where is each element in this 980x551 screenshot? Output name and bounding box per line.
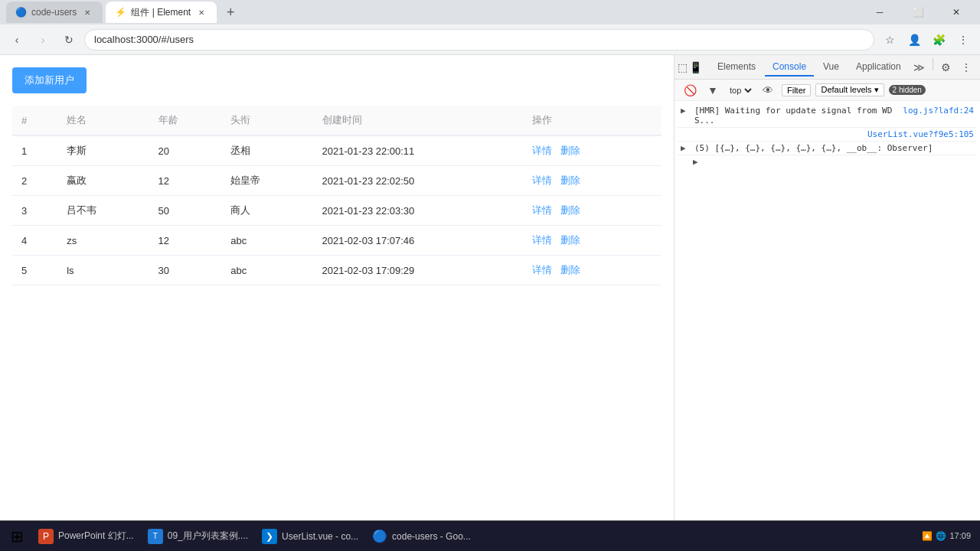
table-row: 3 吕不韦 50 商人 2021-01-23 22:03:30 详情 删除 [12, 196, 662, 226]
cell-id: 3 [12, 196, 57, 226]
taskbar-chrome[interactable]: 🔵 code-users - Goo... [366, 523, 477, 550]
cell-title: abc [221, 256, 312, 285]
cell-title: 商人 [221, 196, 312, 226]
console-expand-arrow[interactable]: ▶ [693, 157, 698, 167]
bookmark-icon[interactable]: ☆ [879, 29, 900, 51]
tab-code-users[interactable]: 🔵 code-users ✕ [6, 2, 103, 23]
cell-created: 2021-01-23 22:03:30 [313, 196, 523, 226]
taskbar: ⊞ P PowerPoint 幻灯... T 09_用户列表案例.... ❯ U… [0, 520, 980, 551]
taskbar-sys: 🔼 🌐 17:09 [916, 530, 977, 542]
url-input[interactable]: localhost:3000/#/users [84, 29, 874, 51]
console-scope-select[interactable]: top [727, 85, 754, 96]
console-filter-expand-btn[interactable]: ▼ [704, 81, 722, 99]
address-bar: ‹ › ↻ localhost:3000/#/users ☆ 👤 🧩 ⋮ [0, 24, 980, 55]
cell-actions: 详情 删除 [523, 256, 662, 285]
tab-close-1[interactable]: ✕ [81, 6, 93, 18]
col-header-title: 头衔 [221, 106, 312, 135]
sys-tray-icons: 🔼 [922, 531, 933, 541]
minimize-button[interactable]: ─ [862, 2, 897, 23]
new-tab-button[interactable]: + [220, 2, 241, 23]
action-delete-link[interactable]: 删除 [560, 264, 580, 276]
back-button[interactable]: ‹ [6, 29, 28, 51]
devtools-tab-elements[interactable]: Elements [710, 58, 763, 77]
taskbar-vscode[interactable]: ❯ UserList.vue - co... [256, 523, 364, 550]
devtools-subtoolbar: 🚫 ▼ top 👁 Filter Default levels ▾ 2 hidd… [675, 80, 980, 101]
cell-created: 2021-01-23 22:02:50 [313, 166, 523, 196]
devtools-overflow-btn[interactable]: ⋮ [957, 58, 975, 77]
cell-actions: 详情 删除 [523, 196, 662, 226]
table-row: 4 zs 12 abc 2021-02-03 17:07:46 详情 删除 [12, 226, 662, 256]
devtools-tab-vue[interactable]: Vue [815, 58, 847, 77]
action-detail-link[interactable]: 详情 [532, 234, 552, 246]
vscode-icon: ❯ [262, 529, 277, 544]
console-arrow-3[interactable]: ▶ [681, 143, 688, 153]
taskbar-clock: 17:09 [949, 530, 971, 542]
devtools-more-tabs: ≫ ⚙ ⋮ ✕ [910, 58, 980, 77]
extensions-icon[interactable]: 🧩 [928, 29, 949, 51]
cell-created: 2021-02-03 17:07:46 [313, 226, 523, 256]
cell-name: 嬴政 [57, 166, 149, 196]
cell-title: 丞相 [221, 135, 312, 166]
chrome-icon: 🔵 [372, 529, 387, 544]
devtools-device-btn[interactable]: 📱 [689, 58, 702, 77]
profile-icon[interactable]: 👤 [903, 29, 925, 51]
window-controls: ─ ⬜ ✕ [862, 2, 974, 23]
tab-element[interactable]: ⚡ 组件 | Element ✕ [106, 2, 217, 23]
devtools-inspect-btn[interactable]: ⬚ [678, 58, 688, 77]
cell-id: 5 [12, 256, 57, 285]
table-header-row: # 姓名 年龄 头衔 创建时间 操作 [12, 106, 662, 135]
console-arrow-1[interactable]: ▶ [681, 106, 688, 116]
cell-id: 2 [12, 166, 57, 196]
console-source-1[interactable]: log.js?lafd:24 [903, 106, 974, 116]
cell-actions: 详情 删除 [523, 135, 662, 166]
action-delete-link[interactable]: 删除 [560, 234, 580, 246]
action-delete-link[interactable]: 删除 [560, 145, 580, 156]
title-bar: 🔵 code-users ✕ ⚡ 组件 | Element ✕ + ─ ⬜ ✕ [0, 0, 980, 24]
tab-label-2: 组件 | Element [131, 6, 191, 19]
devtools-settings-btn[interactable]: ⚙ [937, 58, 956, 77]
action-delete-link[interactable]: 删除 [560, 204, 580, 216]
start-button[interactable]: ⊞ [3, 523, 31, 550]
tab-label-1: code-users [31, 7, 77, 18]
taskbar-notepad[interactable]: T 09_用户列表案例.... [142, 523, 254, 550]
devtools-close-btn[interactable]: ✕ [977, 58, 980, 77]
maximize-button[interactable]: ⬜ [900, 2, 936, 23]
close-button[interactable]: ✕ [939, 2, 974, 23]
action-detail-link[interactable]: 详情 [532, 145, 552, 156]
page-content: 添加新用户 # 姓名 年龄 头衔 创建时间 操作 1 李斯 20 丞相 [0, 55, 674, 520]
console-source-2[interactable]: UserList.vue?f9e5:105 [867, 129, 974, 139]
reload-button[interactable]: ↻ [58, 29, 80, 51]
console-msg-3: (5) [{…}, {…}, {…}, {…}, {…}, __ob__: Ob… [694, 143, 974, 153]
cell-id: 1 [12, 135, 57, 166]
devtools-tab-console[interactable]: Console [765, 58, 814, 77]
taskbar-powerpoint[interactable]: P PowerPoint 幻灯... [32, 523, 140, 550]
menu-icon[interactable]: ⋮ [952, 29, 974, 51]
cell-age: 30 [149, 256, 222, 285]
cell-age: 20 [149, 135, 222, 166]
devtools-more-btn[interactable]: ≫ [910, 58, 929, 77]
action-detail-link[interactable]: 详情 [532, 264, 552, 276]
console-clear-btn[interactable]: 🚫 [681, 81, 699, 99]
console-line-2: UserList.vue?f9e5:105 [678, 128, 977, 142]
console-eye-btn[interactable]: 👁 [759, 81, 777, 99]
tab-close-2[interactable]: ✕ [195, 6, 207, 18]
url-text: localhost:3000/#/users [94, 34, 194, 45]
devtools-panel: ⬚ 📱 Elements Console Vue Application ≫ ⚙… [674, 55, 980, 520]
console-levels-btn[interactable]: Default levels ▾ [815, 83, 884, 96]
add-user-button[interactable]: 添加新用户 [12, 67, 87, 93]
console-filter-btn[interactable]: Filter [782, 84, 811, 96]
cell-name: 李斯 [57, 135, 149, 166]
action-delete-link[interactable]: 删除 [560, 174, 580, 186]
cell-age: 50 [149, 196, 222, 226]
cell-title: abc [221, 226, 312, 256]
console-line-3: ▶ (5) [{…}, {…}, {…}, {…}, {…}, __ob__: … [678, 142, 977, 155]
table-row: 1 李斯 20 丞相 2021-01-23 22:00:11 详情 删除 [12, 135, 662, 166]
cell-age: 12 [149, 226, 222, 256]
cell-id: 4 [12, 226, 57, 256]
devtools-tab-application[interactable]: Application [848, 58, 909, 77]
forward-button[interactable]: › [32, 29, 54, 51]
console-line-1: ▶ [HMR] Waiting for update signal from W… [678, 104, 977, 128]
table-row: 2 嬴政 12 始皇帝 2021-01-23 22:02:50 详情 删除 [12, 166, 662, 196]
action-detail-link[interactable]: 详情 [532, 174, 552, 186]
action-detail-link[interactable]: 详情 [532, 204, 552, 216]
